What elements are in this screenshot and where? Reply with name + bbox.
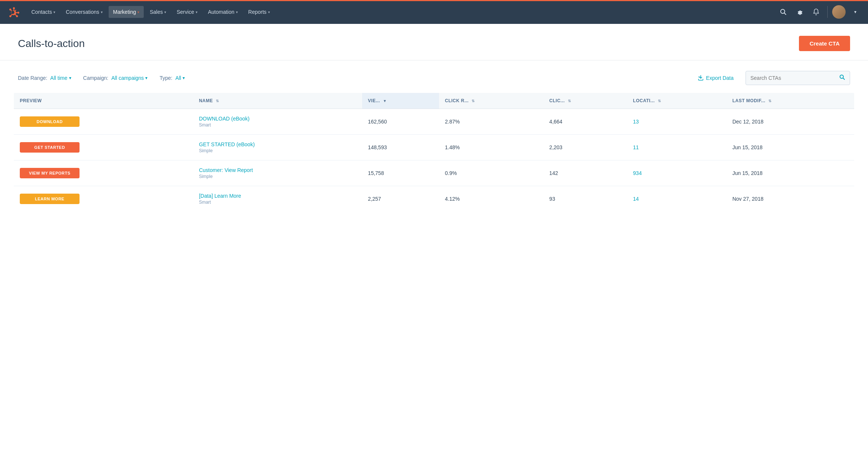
cell-name: Customer: View Report Simple [193,160,362,186]
cta-type: Smart [199,122,356,128]
last-modified-value: Jun 15, 2018 [732,170,763,176]
type-select[interactable]: All ▾ [175,75,185,81]
search-input[interactable] [750,75,836,81]
clicks-value: 4,664 [549,119,562,125]
last-modified-value: Nov 27, 2018 [732,196,763,202]
col-last-modified[interactable]: LAST MODIF... ⇅ [727,93,855,109]
nav-item-service[interactable]: Service ▾ [172,6,202,18]
preview-button[interactable]: GET STARTED [20,142,80,153]
nav-item-conversations[interactable]: Conversations ▾ [61,6,107,18]
cta-name-link[interactable]: GET STARTED (eBook) [199,141,356,147]
col-preview: PREVIEW [14,93,193,109]
chevron-down-icon: ▾ [196,10,197,14]
location-count[interactable]: 14 [633,196,639,202]
cta-type: Simple [199,148,356,153]
create-cta-button[interactable]: Create CTA [799,36,850,51]
cell-name: DOWNLOAD (eBook) Smart [193,109,362,135]
nav-label-sales: Sales [150,9,163,15]
cell-click-rate: 4.12% [439,186,544,212]
nav-item-marketing[interactable]: Marketing ▾ [109,6,144,18]
page-title: Calls-to-action [18,38,85,50]
settings-button[interactable] [793,5,806,19]
col-locations[interactable]: LOCATI... ⇅ [627,93,727,109]
clicks-value: 93 [549,196,555,202]
campaign-value: All campaigns [111,75,144,81]
sort-icon: ⇅ [472,99,475,103]
cell-last-modified: Dec 12, 2018 [727,109,855,135]
cell-preview: DOWNLOAD [14,109,193,135]
cell-views: 2,257 [362,186,439,212]
search-button[interactable] [777,5,790,19]
views-value: 2,257 [368,196,381,202]
header-row: PREVIEW NAME ⇅ VIE... ▼ CLICK R... ⇅ [14,93,855,109]
nav-item-sales[interactable]: Sales ▾ [145,6,171,18]
views-value: 148,593 [368,144,387,150]
nav-item-automation[interactable]: Automation ▾ [203,6,242,18]
sort-icon: ⇅ [768,99,772,103]
col-name[interactable]: NAME ⇅ [193,93,362,109]
user-menu-chevron[interactable]: ▾ [849,5,862,19]
chevron-down-icon: ▾ [69,75,71,81]
cta-name-link[interactable]: [Data] Learn More [199,193,356,199]
chevron-down-icon: ▾ [236,10,238,14]
preview-button[interactable]: DOWNLOAD [20,116,80,127]
cell-views: 15,758 [362,160,439,186]
campaign-select[interactable]: All campaigns ▾ [111,75,147,81]
filters-bar: Date Range: All time ▾ Campaign: All cam… [0,60,868,93]
search-icon[interactable] [839,74,845,82]
nav-item-contacts[interactable]: Contacts ▾ [27,6,60,18]
preview-button[interactable]: VIEW MY REPORTS [20,168,80,178]
nav-right: ▾ [777,5,862,19]
date-range-select[interactable]: All time ▾ [50,75,71,81]
location-count[interactable]: 934 [633,170,642,176]
location-count[interactable]: 11 [633,144,639,150]
nav-divider [827,6,828,18]
export-data-button[interactable]: Export Data [698,75,734,81]
nav-label-service: Service [177,9,194,15]
sort-down-icon: ▼ [383,99,387,103]
cell-clicks: 2,203 [543,135,627,160]
user-avatar[interactable] [832,5,846,19]
click-rate-value: 4.12% [445,196,460,202]
sort-icon: ⇅ [568,99,571,103]
table-row: DOWNLOAD DOWNLOAD (eBook) Smart 162,560 … [14,109,855,135]
col-views[interactable]: VIE... ▼ [362,93,439,109]
nav-label-marketing: Marketing [113,9,136,15]
search-container [746,71,850,85]
cell-click-rate: 0.9% [439,160,544,186]
col-click-rate[interactable]: CLICK R... ⇅ [439,93,544,109]
cell-last-modified: Jun 15, 2018 [727,160,855,186]
location-count[interactable]: 13 [633,119,639,125]
chevron-down-icon: ▾ [183,75,185,81]
hubspot-logo[interactable] [6,5,19,19]
table-container: PREVIEW NAME ⇅ VIE... ▼ CLICK R... ⇅ [0,93,868,224]
cell-locations: 13 [627,109,727,135]
preview-button[interactable]: LEARN MORE [20,194,80,204]
nav-label-conversations: Conversations [66,9,99,15]
chevron-down-icon: ▾ [145,75,147,81]
sort-icon: ⇅ [216,99,219,103]
col-clicks[interactable]: CLIC... ⇅ [543,93,627,109]
date-range-label: Date Range: [18,75,47,81]
click-rate-value: 0.9% [445,170,457,176]
cta-name-link[interactable]: DOWNLOAD (eBook) [199,116,356,122]
cell-locations: 934 [627,160,727,186]
export-label: Export Data [706,75,734,81]
table-row: VIEW MY REPORTS Customer: View Report Si… [14,160,855,186]
chevron-down-icon: ▾ [164,10,166,14]
table-row: LEARN MORE [Data] Learn More Smart 2,257… [14,186,855,212]
table-row: GET STARTED GET STARTED (eBook) Simple 1… [14,135,855,160]
navbar: Contacts ▾ Conversations ▾ Marketing ▾ S… [0,0,868,24]
cta-name-link[interactable]: Customer: View Report [199,167,356,173]
cell-click-rate: 1.48% [439,135,544,160]
cta-type: Simple [199,174,356,179]
type-label: Type: [159,75,172,81]
page-header: Calls-to-action Create CTA [0,24,868,60]
last-modified-value: Jun 15, 2018 [732,144,763,150]
nav-label-reports: Reports [248,9,267,15]
nav-item-reports[interactable]: Reports ▾ [244,6,274,18]
chevron-down-icon: ▾ [137,10,139,14]
nav-label-contacts: Contacts [31,9,52,15]
notifications-button[interactable] [809,5,823,19]
clicks-value: 142 [549,170,558,176]
